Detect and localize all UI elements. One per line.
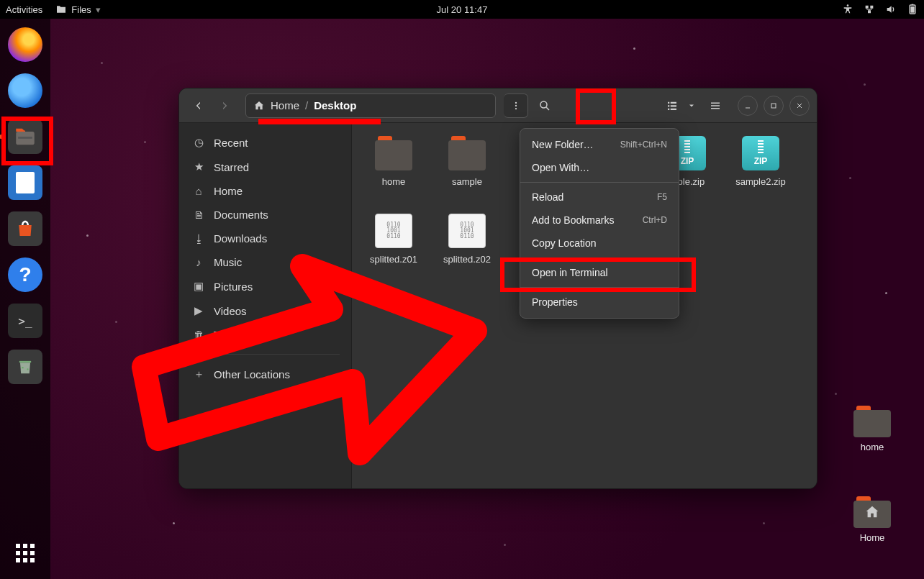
sidebar-item-other-locations[interactable]: ＋Other Locations (179, 362, 351, 387)
menu-item-label: Add to Bookmarks (532, 214, 614, 226)
sidebar-item-downloads[interactable]: ⭳Downloads (179, 227, 351, 250)
video-icon: ▶ (192, 304, 205, 317)
menu-separator (520, 182, 679, 183)
nav-back-button[interactable] (186, 94, 211, 118)
path-segment-current[interactable]: Desktop (314, 99, 356, 111)
path-bar[interactable]: Home / Desktop (245, 94, 496, 118)
menu-item-open-terminal[interactable]: Open in Terminal (520, 261, 679, 284)
sidebar: ◷Recent ★Starred ⌂Home 🗎Documents ⭳Downl… (179, 123, 352, 488)
dock-help[interactable]: ? (8, 257, 42, 292)
file-item-zip[interactable]: ZIP sample2.zip (726, 136, 795, 208)
sidebar-item-trash[interactable]: 🗑Trash (179, 323, 351, 347)
sidebar-separator (191, 354, 340, 355)
dock-terminal[interactable] (8, 304, 42, 338)
zip-icon: ZIP (742, 136, 779, 170)
volume-icon[interactable] (885, 4, 897, 15)
menu-item-shortcut: F5 (657, 192, 667, 202)
svg-rect-2 (912, 4, 914, 5)
hamburger-icon (709, 99, 722, 112)
dock-thunderbird[interactable] (8, 73, 42, 108)
dock-trash[interactable] (8, 350, 42, 384)
svg-point-6 (22, 367, 23, 368)
menu-item-add-bookmarks[interactable]: Add to Bookmarks Ctrl+D (520, 209, 679, 232)
headerbar: Home / Desktop (179, 88, 817, 123)
menu-item-label: New Folder… (532, 139, 594, 150)
sidebar-item-pictures[interactable]: ▣Pictures (179, 274, 351, 298)
menu-item-open-with[interactable]: Open With… (520, 156, 679, 179)
menu-item-properties[interactable]: Properties (520, 291, 679, 314)
file-item-binary[interactable]: 011010010110 splitted.z02 (432, 214, 502, 286)
files-icon (55, 4, 67, 15)
activities-button[interactable]: Activities (6, 4, 42, 15)
sidebar-item-label: Home (214, 185, 243, 197)
sidebar-item-recent[interactable]: ◷Recent (179, 130, 351, 155)
file-item-binary[interactable]: 011010010110 splitted.z01 (359, 214, 428, 286)
dock-files[interactable] (8, 119, 42, 154)
svg-rect-3 (910, 6, 914, 13)
view-toggle-button[interactable] (660, 94, 684, 118)
path-segment-home[interactable]: Home (271, 99, 299, 111)
file-item-folder[interactable]: home (359, 136, 428, 208)
menu-item-shortcut: Shift+Ctrl+N (620, 140, 667, 150)
menu-item-label: Copy Location (532, 237, 597, 249)
menu-item-new-folder[interactable]: New Folder… Shift+Ctrl+N (520, 133, 679, 156)
current-app-indicator[interactable]: Files ▾ (55, 4, 100, 15)
download-icon: ⭳ (192, 232, 205, 245)
dock-firefox[interactable] (8, 27, 42, 62)
path-options-button[interactable] (504, 94, 528, 118)
menu-item-shortcut: Ctrl+D (643, 215, 667, 225)
desktop-folder-home[interactable]: home (843, 406, 901, 452)
menu-item-copy-location[interactable]: Copy Location (520, 232, 679, 255)
sidebar-item-home[interactable]: ⌂Home (179, 179, 351, 203)
file-item-folder[interactable]: sample (432, 136, 502, 208)
network-icon[interactable] (864, 4, 875, 15)
sidebar-item-label: Videos (214, 305, 247, 317)
music-icon: ♪ (192, 256, 205, 268)
window-close-button[interactable] (789, 96, 810, 116)
sidebar-item-starred[interactable]: ★Starred (179, 155, 351, 179)
show-applications-button[interactable] (11, 539, 40, 567)
window-maximize-button[interactable] (764, 96, 784, 116)
home-icon (853, 496, 891, 528)
nav-forward-button[interactable] (212, 94, 237, 118)
menu-item-reload[interactable]: Reload F5 (520, 186, 679, 209)
sidebar-item-label: Trash (214, 329, 241, 341)
files-icon (13, 124, 37, 149)
list-icon (666, 99, 679, 112)
search-button[interactable] (533, 94, 557, 118)
accessibility-icon[interactable] (842, 4, 853, 15)
files-window: Home / Desktop ◷Recent ★Starred ⌂Home 🗎D… (178, 88, 817, 489)
sidebar-item-label: Recent (214, 137, 248, 149)
menu-item-label: Reload (532, 191, 563, 203)
context-menu: New Folder… Shift+Ctrl+N Open With… Relo… (520, 128, 679, 319)
path-separator: / (305, 99, 308, 111)
minimize-icon (743, 101, 752, 110)
window-minimize-button[interactable] (738, 96, 758, 116)
file-label: splitted.z02 (432, 254, 502, 265)
menu-item-label: Open in Terminal (532, 267, 608, 278)
trash-icon: 🗑 (192, 329, 205, 341)
sidebar-item-videos[interactable]: ▶Videos (179, 298, 351, 323)
dock-libreoffice-writer[interactable] (8, 165, 42, 200)
sidebar-item-music[interactable]: ♪Music (179, 250, 351, 274)
dock-ubuntu-software[interactable] (8, 211, 42, 246)
file-label: splitted.z01 (359, 254, 428, 265)
desktop-icon-label: home (843, 442, 901, 452)
menu-separator (520, 257, 679, 258)
desktop-folder-user-home[interactable]: Home (843, 496, 901, 543)
clock-icon: ◷ (192, 136, 205, 149)
clock[interactable]: Jul 20 11:47 (437, 4, 488, 15)
svg-point-8 (515, 101, 517, 103)
shopping-bag-icon (14, 218, 36, 240)
main-menu-button[interactable] (703, 94, 728, 118)
picture-icon: ▣ (192, 280, 205, 293)
star-icon: ★ (192, 160, 205, 173)
search-icon (538, 99, 551, 112)
folder-icon (375, 136, 412, 170)
sidebar-item-documents[interactable]: 🗎Documents (179, 203, 351, 227)
svg-point-11 (540, 101, 547, 108)
view-options-dropdown[interactable] (684, 94, 699, 118)
current-app-label: Files (71, 4, 91, 15)
battery-icon[interactable] (907, 4, 918, 15)
chevron-down-icon: ▾ (96, 4, 101, 15)
